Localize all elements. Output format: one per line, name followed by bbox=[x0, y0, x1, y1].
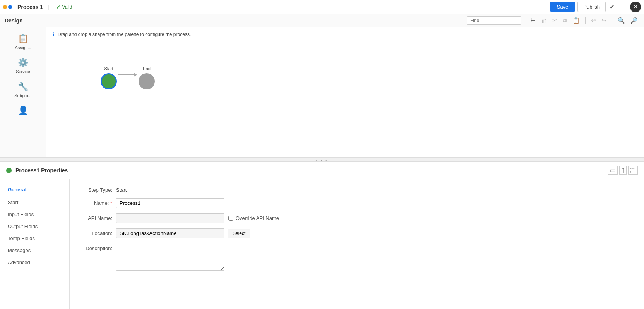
user-icon: 👤 bbox=[18, 106, 28, 116]
palette-assign-label: Assign... bbox=[15, 45, 31, 50]
close-button[interactable]: ✕ bbox=[630, 2, 641, 12]
service-icon: ⚙️ bbox=[18, 58, 28, 68]
select-button[interactable]: Select bbox=[228, 229, 250, 238]
layout-vertical-icon[interactable]: ▯ bbox=[619, 166, 627, 175]
topbar-actions: Save Publish ✔ ⋮ ✕ bbox=[550, 2, 641, 12]
start-label: Start bbox=[104, 66, 113, 71]
properties-panel: Process1 Properties ▭ ▯ ⬚ General Start … bbox=[0, 162, 644, 309]
canvas-wrapper: 📋 Assign... ⚙️ Service 🔧 Subpro... 👤 bbox=[0, 27, 644, 157]
toolbar-separator-1 bbox=[525, 17, 525, 24]
palette: 📋 Assign... ⚙️ Service 🔧 Subpro... 👤 bbox=[0, 27, 46, 157]
nav-item-general[interactable]: General bbox=[0, 184, 69, 196]
design-area: Design ⊢ 🗑 ✂ ⧉ 📋 ↩ ↪ 🔍 🔎 📋 Assign... bbox=[0, 14, 644, 158]
info-banner: ℹ Drag and drop a shape from the palette… bbox=[46, 27, 644, 41]
fit-to-screen-icon[interactable]: ⊢ bbox=[529, 16, 537, 25]
nav-item-advanced[interactable]: Advanced bbox=[0, 256, 69, 268]
properties-header: Process1 Properties ▭ ▯ ⬚ bbox=[0, 162, 644, 179]
location-input[interactable] bbox=[116, 228, 224, 238]
name-label: Name: * bbox=[77, 198, 112, 206]
assign-icon: 📋 bbox=[18, 34, 28, 44]
layout-icons: ▭ ▯ ⬚ bbox=[608, 166, 638, 175]
toolbar-separator-2 bbox=[585, 17, 586, 24]
valid-label: Valid bbox=[62, 4, 72, 10]
main-container: Design ⊢ 🗑 ✂ ⧉ 📋 ↩ ↪ 🔍 🔎 📋 Assign... bbox=[0, 14, 644, 309]
info-message: Drag and drop a shape from the palette t… bbox=[58, 32, 191, 37]
checkmark-icon[interactable]: ✔ bbox=[608, 2, 616, 11]
info-icon: ℹ bbox=[53, 31, 55, 38]
start-circle[interactable] bbox=[101, 73, 117, 89]
description-input[interactable] bbox=[116, 244, 224, 271]
palette-subprocess-label: Subpro... bbox=[14, 93, 32, 98]
properties-nav: General Start Input Fields Output Fields… bbox=[0, 179, 70, 309]
logo-dot-blue bbox=[8, 5, 12, 9]
arrow-head bbox=[134, 73, 137, 77]
override-api-name-checkbox[interactable] bbox=[228, 216, 233, 221]
location-row: Location: Select bbox=[77, 228, 636, 238]
nav-item-output-fields[interactable]: Output Fields bbox=[0, 220, 69, 232]
layout-horizontal-icon[interactable]: ▭ bbox=[608, 166, 618, 175]
location-label: Location: bbox=[77, 228, 112, 236]
nav-item-input-fields[interactable]: Input Fields bbox=[0, 208, 69, 220]
zoom-out-icon[interactable]: 🔎 bbox=[629, 16, 639, 25]
palette-service-label: Service bbox=[16, 69, 30, 74]
step-type-value: Start bbox=[116, 185, 127, 193]
valid-check-icon: ✔ bbox=[56, 4, 61, 10]
step-type-label: Step Type: bbox=[77, 185, 112, 193]
more-options-icon[interactable]: ⋮ bbox=[618, 2, 628, 11]
end-node[interactable]: End bbox=[139, 66, 155, 89]
override-api-name-row: Override API Name bbox=[228, 215, 279, 221]
undo-icon[interactable]: ↩ bbox=[589, 16, 598, 25]
properties-form: Step Type: Start Name: * API Name: bbox=[70, 179, 644, 309]
save-button[interactable]: Save bbox=[550, 2, 575, 12]
start-node[interactable]: Start bbox=[101, 66, 117, 89]
description-label: Description: bbox=[77, 244, 112, 251]
design-toolbar: Design ⊢ 🗑 ✂ ⧉ 📋 ↩ ↪ 🔍 🔎 bbox=[0, 14, 644, 27]
layout-split-icon[interactable]: ⬚ bbox=[628, 166, 638, 175]
resize-indicator: • • • bbox=[316, 158, 328, 162]
copy-icon[interactable]: ⧉ bbox=[561, 16, 569, 25]
properties-title: Process1 Properties bbox=[15, 167, 68, 173]
name-input[interactable] bbox=[116, 198, 224, 208]
step-type-row: Step Type: Start bbox=[77, 185, 636, 193]
name-row: Name: * bbox=[77, 198, 636, 208]
nav-item-messages[interactable]: Messages bbox=[0, 244, 69, 256]
override-api-name-label: Override API Name bbox=[236, 215, 279, 221]
name-required-marker: * bbox=[110, 200, 112, 206]
palette-item-service[interactable]: ⚙️ Service bbox=[2, 55, 45, 77]
properties-body: General Start Input Fields Output Fields… bbox=[0, 179, 644, 309]
design-label: Design bbox=[5, 17, 23, 24]
logo-dot-orange bbox=[3, 5, 7, 9]
zoom-in-icon[interactable]: 🔍 bbox=[616, 16, 627, 25]
delete-icon[interactable]: 🗑 bbox=[540, 17, 548, 25]
topbar: Process 1 | ✔ Valid Save Publish ✔ ⋮ ✕ bbox=[0, 0, 644, 14]
publish-button[interactable]: Publish bbox=[577, 2, 606, 12]
find-input[interactable] bbox=[467, 16, 521, 25]
nav-item-temp-fields[interactable]: Temp Fields bbox=[0, 232, 69, 244]
description-row: Description: bbox=[77, 244, 636, 271]
palette-item-user[interactable]: 👤 bbox=[2, 103, 45, 120]
arrow-line bbox=[118, 74, 134, 75]
process-title: Process 1 bbox=[17, 4, 43, 10]
palette-item-assign[interactable]: 📋 Assign... bbox=[2, 31, 45, 53]
api-name-row: API Name: Override API Name bbox=[77, 213, 636, 223]
redo-icon[interactable]: ↪ bbox=[600, 16, 608, 25]
palette-item-subprocess[interactable]: 🔧 Subpro... bbox=[2, 79, 45, 101]
resize-handle[interactable]: • • • bbox=[0, 158, 644, 162]
logo bbox=[3, 5, 12, 9]
api-name-label: API Name: bbox=[77, 213, 112, 221]
subprocess-icon: 🔧 bbox=[18, 82, 28, 92]
nav-item-start[interactable]: Start bbox=[0, 196, 69, 208]
cut-icon[interactable]: ✂ bbox=[551, 16, 559, 25]
end-label: End bbox=[143, 66, 151, 71]
api-name-input[interactable] bbox=[116, 213, 224, 223]
toolbar-separator-3 bbox=[612, 17, 612, 24]
end-circle[interactable] bbox=[139, 73, 155, 89]
paste-icon[interactable]: 📋 bbox=[571, 16, 581, 25]
canvas[interactable]: ℹ Drag and drop a shape from the palette… bbox=[46, 27, 644, 157]
flow-arrow bbox=[118, 73, 137, 77]
properties-status-dot bbox=[6, 168, 12, 173]
valid-badge: ✔ Valid bbox=[56, 4, 72, 10]
flow-area: Start End bbox=[101, 66, 155, 89]
